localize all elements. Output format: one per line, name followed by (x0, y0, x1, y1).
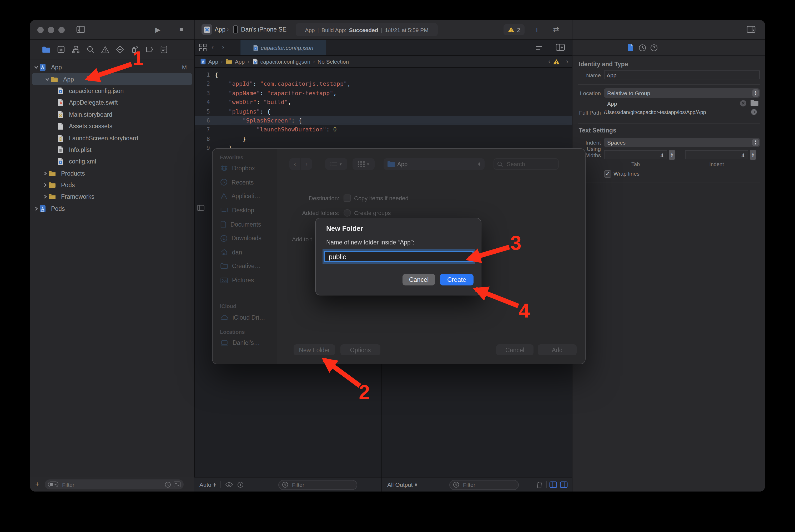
navigator-tab-reports[interactable] (159, 45, 168, 54)
list-view-button[interactable]: ▾ (325, 158, 347, 170)
library-plus-icon[interactable]: + (535, 20, 539, 39)
sheet-create-button[interactable]: Create (440, 274, 473, 285)
editor-mode-grid-icon[interactable] (199, 44, 207, 54)
navigator-tab-source-control[interactable] (56, 45, 65, 54)
code-line-1[interactable]: 1{ (195, 71, 573, 80)
toggle-inspector-icon[interactable] (746, 25, 756, 36)
sidebar-item-desktop[interactable]: Desktop (213, 204, 277, 217)
issue-warning-icon[interactable] (553, 59, 560, 64)
toggle-navigator-icon[interactable] (76, 25, 85, 36)
tree-row-app[interactable]: App (32, 73, 192, 85)
next-issue-icon[interactable]: › (566, 58, 568, 65)
chevron-right-icon[interactable] (42, 171, 49, 176)
tree-row-launchscreen-storyboard[interactable]: LaunchScreen.storyboard (30, 132, 194, 144)
source-code[interactable]: 1{2 "appId": "com.capacitorjs.testapp",3… (195, 71, 573, 153)
add-editor-split-icon[interactable] (556, 43, 565, 54)
toggle-variables-view-icon[interactable] (549, 481, 557, 488)
toggle-console-view-icon[interactable] (560, 481, 568, 488)
variables-filter-field[interactable] (278, 480, 357, 490)
navigator-tab-find[interactable] (86, 45, 95, 54)
tab-width-field[interactable]: 4 (604, 150, 667, 159)
tree-row-config-xml[interactable]: config.xml (30, 156, 194, 167)
run-button[interactable]: ▶ (155, 20, 161, 39)
tree-row-appdelegate-swift[interactable]: AppDelegate.swift (30, 97, 194, 109)
tree-row-info-plist[interactable]: Info.plist (30, 144, 194, 156)
console-filter-input[interactable] (462, 481, 515, 488)
info-icon[interactable] (237, 481, 243, 488)
variables-scope-select[interactable]: Auto (199, 481, 211, 488)
dialog-forward-button[interactable]: › (301, 158, 312, 170)
minimize-window-button[interactable] (48, 27, 54, 33)
chevron-right-icon[interactable] (33, 206, 39, 211)
breadcrumb-item[interactable]: capacitor.config.json (252, 58, 310, 65)
sidebar-item-downloads[interactable]: Downloads (213, 231, 277, 245)
code-line-8[interactable]: 8 } (195, 134, 573, 144)
navigator-filter-field[interactable] (45, 479, 184, 489)
clear-group-icon[interactable] (740, 100, 746, 107)
location-dropdown[interactable]: Relative to Group ▲▼ (604, 88, 760, 98)
code-line-2[interactable]: 2 "appId": "com.capacitorjs.testapp", (195, 80, 573, 89)
filter-scope-icon[interactable] (48, 481, 58, 487)
copy-items-checkbox[interactable] (344, 194, 351, 202)
variables-filter-input[interactable] (291, 481, 354, 488)
dialog-cancel-button[interactable]: Cancel (496, 344, 534, 355)
sidebar-item-pictures[interactable]: Pictures (213, 273, 277, 287)
sidebar-item-applicati-[interactable]: Applicati… (213, 189, 277, 203)
recent-files-clock-icon[interactable] (165, 481, 171, 488)
file-inspector-tab-icon[interactable] (627, 44, 633, 54)
indent-using-dropdown[interactable]: Spaces ▲▼ (604, 138, 760, 147)
tree-row-assets-xcassets[interactable]: Assets.xcassets (30, 120, 194, 132)
dialog-back-button[interactable]: ‹ (289, 158, 301, 170)
indent-width-stepper[interactable]: ▲▼ (750, 150, 756, 160)
warning-count-badge[interactable]: 2 (504, 24, 525, 35)
close-window-button[interactable] (37, 27, 44, 33)
chevron-down-icon[interactable] (44, 76, 51, 82)
add-file-button[interactable]: + (35, 480, 39, 488)
navigator-tab-symbols[interactable] (71, 45, 80, 54)
sidebar-item-daniel-s-[interactable]: Daniel's… (213, 336, 277, 350)
options-button[interactable]: Options (340, 344, 380, 355)
stop-button[interactable]: ■ (179, 20, 183, 39)
editor-tab[interactable]: capacitor.config.json (240, 40, 326, 55)
sidebar-item-dan[interactable]: dan (213, 245, 277, 259)
code-line-4[interactable]: 4 "webDir": "build", (195, 98, 573, 107)
dialog-add-button[interactable]: Add (538, 344, 577, 355)
breadcrumb-item[interactable]: No Selection (318, 58, 349, 65)
tree-row-capacitor-config-json[interactable]: capacitor.config.json (30, 85, 194, 97)
sidebar-item-documents[interactable]: Documents (213, 217, 277, 231)
code-line-7[interactable]: 7 "launchShowDuration": 0 (195, 126, 573, 135)
tree-row-products[interactable]: Products (30, 167, 194, 179)
navigator-tab-breakpoints[interactable] (145, 45, 153, 54)
code-line-3[interactable]: 3 "appName": "capacitor-testapp", (195, 89, 573, 98)
dialog-search-field[interactable] (493, 158, 559, 170)
tree-row-app[interactable]: AppM (30, 61, 194, 73)
forward-back-arrows-icon[interactable]: ⇄ (553, 20, 559, 39)
tree-row-pods[interactable]: Pods (30, 179, 194, 191)
sidebar-item-recents[interactable]: Recents (213, 175, 277, 189)
navigator-tab-tests[interactable] (115, 45, 124, 54)
folder-select[interactable]: App ▲▼ (383, 158, 485, 170)
indent-width-field[interactable]: 4 (685, 150, 748, 159)
editor-forward-icon[interactable]: › (222, 43, 224, 51)
breadcrumb-item[interactable]: App (225, 58, 245, 65)
history-inspector-tab-icon[interactable] (639, 44, 646, 54)
navigator-tab-project[interactable] (41, 45, 51, 54)
run-destination[interactable]: Dan's iPhone SE (241, 20, 287, 39)
name-field[interactable]: App (604, 71, 760, 79)
folder-name-input[interactable] (325, 252, 476, 262)
breadcrumb-item[interactable]: App (200, 58, 218, 65)
sidebar-item-dropbox[interactable]: Dropbox (213, 162, 277, 175)
help-inspector-tab-icon[interactable] (650, 44, 658, 54)
dialog-search-input[interactable] (506, 160, 555, 168)
tab-width-stepper[interactable]: ▲▼ (669, 150, 675, 160)
zoom-window-button[interactable] (58, 27, 65, 33)
console-filter-field[interactable] (449, 480, 519, 490)
sidebar-item-icloud-dri-[interactable]: iCloud Dri… (213, 310, 277, 324)
choose-folder-icon[interactable] (750, 99, 759, 106)
navigator-tab-issues[interactable] (101, 45, 109, 54)
code-line-6[interactable]: 6 "SplashScreen": { (195, 116, 573, 126)
previous-issue-icon[interactable]: ‹ (548, 58, 550, 65)
clear-console-trash-icon[interactable] (536, 481, 542, 488)
icon-view-button[interactable]: ▾ (353, 158, 375, 170)
scheme-name[interactable]: App (215, 20, 225, 39)
